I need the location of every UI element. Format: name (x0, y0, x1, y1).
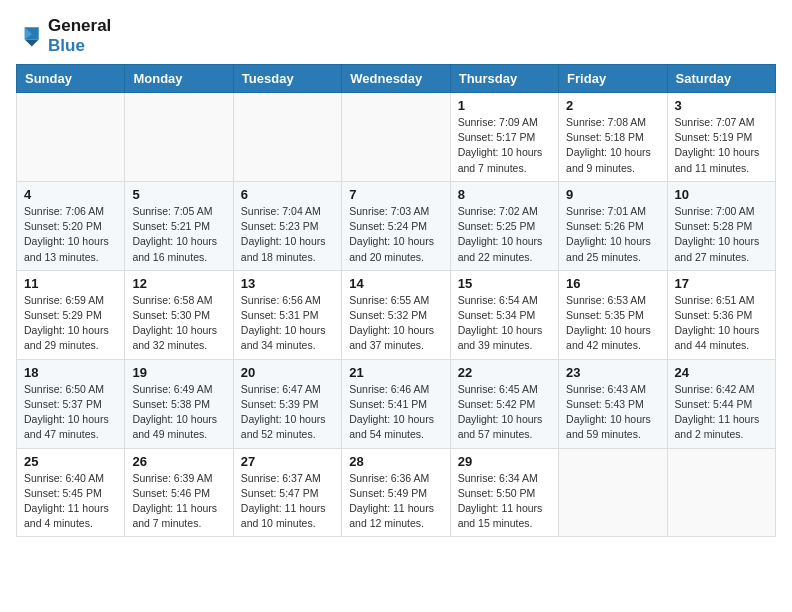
day-info: Sunrise: 6:50 AM Sunset: 5:37 PM Dayligh… (24, 382, 117, 443)
day-info: Sunrise: 6:53 AM Sunset: 5:35 PM Dayligh… (566, 293, 659, 354)
logo-text: General Blue (48, 16, 111, 56)
day-info: Sunrise: 6:46 AM Sunset: 5:41 PM Dayligh… (349, 382, 442, 443)
day-number: 10 (675, 187, 768, 202)
day-number: 8 (458, 187, 551, 202)
calendar-cell: 4Sunrise: 7:06 AM Sunset: 5:20 PM Daylig… (17, 181, 125, 270)
calendar-cell: 14Sunrise: 6:55 AM Sunset: 5:32 PM Dayli… (342, 270, 450, 359)
day-number: 19 (132, 365, 225, 380)
calendar-cell: 29Sunrise: 6:34 AM Sunset: 5:50 PM Dayli… (450, 448, 558, 537)
calendar-cell: 9Sunrise: 7:01 AM Sunset: 5:26 PM Daylig… (559, 181, 667, 270)
calendar-cell (125, 93, 233, 182)
calendar-cell: 11Sunrise: 6:59 AM Sunset: 5:29 PM Dayli… (17, 270, 125, 359)
day-number: 11 (24, 276, 117, 291)
day-info: Sunrise: 6:47 AM Sunset: 5:39 PM Dayligh… (241, 382, 334, 443)
day-number: 29 (458, 454, 551, 469)
calendar-table: SundayMondayTuesdayWednesdayThursdayFrid… (16, 64, 776, 537)
day-number: 9 (566, 187, 659, 202)
calendar-cell: 10Sunrise: 7:00 AM Sunset: 5:28 PM Dayli… (667, 181, 775, 270)
day-number: 22 (458, 365, 551, 380)
calendar-cell (233, 93, 341, 182)
day-number: 16 (566, 276, 659, 291)
calendar-cell: 27Sunrise: 6:37 AM Sunset: 5:47 PM Dayli… (233, 448, 341, 537)
day-info: Sunrise: 6:54 AM Sunset: 5:34 PM Dayligh… (458, 293, 551, 354)
day-info: Sunrise: 7:03 AM Sunset: 5:24 PM Dayligh… (349, 204, 442, 265)
day-info: Sunrise: 6:40 AM Sunset: 5:45 PM Dayligh… (24, 471, 117, 532)
day-number: 4 (24, 187, 117, 202)
day-number: 20 (241, 365, 334, 380)
day-info: Sunrise: 6:49 AM Sunset: 5:38 PM Dayligh… (132, 382, 225, 443)
svg-marker-1 (25, 40, 39, 47)
calendar-cell: 8Sunrise: 7:02 AM Sunset: 5:25 PM Daylig… (450, 181, 558, 270)
day-info: Sunrise: 6:43 AM Sunset: 5:43 PM Dayligh… (566, 382, 659, 443)
calendar-cell (342, 93, 450, 182)
day-number: 23 (566, 365, 659, 380)
day-number: 7 (349, 187, 442, 202)
day-number: 24 (675, 365, 768, 380)
calendar-week-row: 25Sunrise: 6:40 AM Sunset: 5:45 PM Dayli… (17, 448, 776, 537)
calendar-cell (17, 93, 125, 182)
calendar-cell: 21Sunrise: 6:46 AM Sunset: 5:41 PM Dayli… (342, 359, 450, 448)
day-number: 15 (458, 276, 551, 291)
day-number: 6 (241, 187, 334, 202)
day-info: Sunrise: 6:42 AM Sunset: 5:44 PM Dayligh… (675, 382, 768, 443)
header-wednesday: Wednesday (342, 65, 450, 93)
day-number: 18 (24, 365, 117, 380)
day-info: Sunrise: 6:58 AM Sunset: 5:30 PM Dayligh… (132, 293, 225, 354)
calendar-cell: 16Sunrise: 6:53 AM Sunset: 5:35 PM Dayli… (559, 270, 667, 359)
calendar-week-row: 1Sunrise: 7:09 AM Sunset: 5:17 PM Daylig… (17, 93, 776, 182)
calendar-header-row: SundayMondayTuesdayWednesdayThursdayFrid… (17, 65, 776, 93)
calendar-cell: 5Sunrise: 7:05 AM Sunset: 5:21 PM Daylig… (125, 181, 233, 270)
calendar-cell: 3Sunrise: 7:07 AM Sunset: 5:19 PM Daylig… (667, 93, 775, 182)
calendar-cell: 24Sunrise: 6:42 AM Sunset: 5:44 PM Dayli… (667, 359, 775, 448)
calendar-cell: 25Sunrise: 6:40 AM Sunset: 5:45 PM Dayli… (17, 448, 125, 537)
calendar-cell: 15Sunrise: 6:54 AM Sunset: 5:34 PM Dayli… (450, 270, 558, 359)
header-monday: Monday (125, 65, 233, 93)
calendar-cell: 7Sunrise: 7:03 AM Sunset: 5:24 PM Daylig… (342, 181, 450, 270)
day-info: Sunrise: 7:00 AM Sunset: 5:28 PM Dayligh… (675, 204, 768, 265)
day-number: 25 (24, 454, 117, 469)
calendar-cell: 20Sunrise: 6:47 AM Sunset: 5:39 PM Dayli… (233, 359, 341, 448)
day-info: Sunrise: 6:37 AM Sunset: 5:47 PM Dayligh… (241, 471, 334, 532)
calendar-cell: 1Sunrise: 7:09 AM Sunset: 5:17 PM Daylig… (450, 93, 558, 182)
header-thursday: Thursday (450, 65, 558, 93)
day-number: 17 (675, 276, 768, 291)
calendar-week-row: 11Sunrise: 6:59 AM Sunset: 5:29 PM Dayli… (17, 270, 776, 359)
day-number: 13 (241, 276, 334, 291)
day-info: Sunrise: 7:08 AM Sunset: 5:18 PM Dayligh… (566, 115, 659, 176)
calendar-cell: 2Sunrise: 7:08 AM Sunset: 5:18 PM Daylig… (559, 93, 667, 182)
day-number: 1 (458, 98, 551, 113)
day-number: 12 (132, 276, 225, 291)
day-info: Sunrise: 6:34 AM Sunset: 5:50 PM Dayligh… (458, 471, 551, 532)
header-saturday: Saturday (667, 65, 775, 93)
day-info: Sunrise: 7:07 AM Sunset: 5:19 PM Dayligh… (675, 115, 768, 176)
calendar-week-row: 18Sunrise: 6:50 AM Sunset: 5:37 PM Dayli… (17, 359, 776, 448)
day-info: Sunrise: 7:04 AM Sunset: 5:23 PM Dayligh… (241, 204, 334, 265)
day-info: Sunrise: 6:55 AM Sunset: 5:32 PM Dayligh… (349, 293, 442, 354)
calendar-cell: 23Sunrise: 6:43 AM Sunset: 5:43 PM Dayli… (559, 359, 667, 448)
calendar-cell: 26Sunrise: 6:39 AM Sunset: 5:46 PM Dayli… (125, 448, 233, 537)
calendar-cell: 12Sunrise: 6:58 AM Sunset: 5:30 PM Dayli… (125, 270, 233, 359)
day-number: 14 (349, 276, 442, 291)
calendar-week-row: 4Sunrise: 7:06 AM Sunset: 5:20 PM Daylig… (17, 181, 776, 270)
day-info: Sunrise: 6:36 AM Sunset: 5:49 PM Dayligh… (349, 471, 442, 532)
day-info: Sunrise: 7:09 AM Sunset: 5:17 PM Dayligh… (458, 115, 551, 176)
calendar-cell: 13Sunrise: 6:56 AM Sunset: 5:31 PM Dayli… (233, 270, 341, 359)
day-info: Sunrise: 7:05 AM Sunset: 5:21 PM Dayligh… (132, 204, 225, 265)
day-number: 3 (675, 98, 768, 113)
day-info: Sunrise: 6:59 AM Sunset: 5:29 PM Dayligh… (24, 293, 117, 354)
page-header: General Blue (16, 16, 776, 56)
day-number: 27 (241, 454, 334, 469)
day-number: 28 (349, 454, 442, 469)
logo-icon (16, 22, 44, 50)
day-info: Sunrise: 6:45 AM Sunset: 5:42 PM Dayligh… (458, 382, 551, 443)
header-sunday: Sunday (17, 65, 125, 93)
day-number: 2 (566, 98, 659, 113)
day-info: Sunrise: 7:02 AM Sunset: 5:25 PM Dayligh… (458, 204, 551, 265)
calendar-cell: 22Sunrise: 6:45 AM Sunset: 5:42 PM Dayli… (450, 359, 558, 448)
header-friday: Friday (559, 65, 667, 93)
day-info: Sunrise: 6:51 AM Sunset: 5:36 PM Dayligh… (675, 293, 768, 354)
day-number: 21 (349, 365, 442, 380)
calendar-cell (559, 448, 667, 537)
day-info: Sunrise: 7:01 AM Sunset: 5:26 PM Dayligh… (566, 204, 659, 265)
calendar-cell: 28Sunrise: 6:36 AM Sunset: 5:49 PM Dayli… (342, 448, 450, 537)
